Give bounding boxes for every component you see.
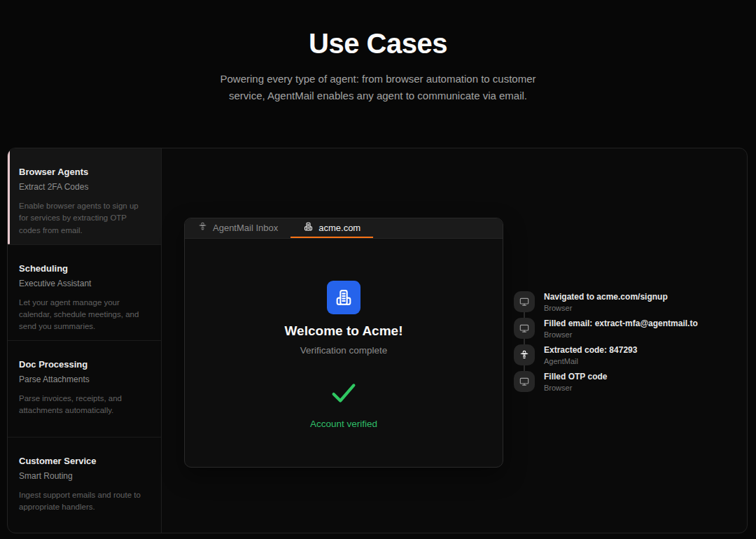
monitor-icon bbox=[514, 371, 535, 392]
timeline-step-1: Navigated to acme.com/signup Browser bbox=[514, 291, 703, 312]
active-item-accent bbox=[8, 148, 10, 244]
use-case-title: Scheduling bbox=[19, 263, 150, 274]
step-title: Navigated to acme.com/signup bbox=[544, 292, 668, 302]
agentmail-bee-icon bbox=[197, 221, 208, 234]
step-source: Browser bbox=[544, 330, 698, 339]
step-source: AgentMail bbox=[544, 357, 637, 365]
use-case-title: Doc Processing bbox=[19, 359, 150, 370]
tab-acme-com[interactable]: acme.com bbox=[290, 218, 373, 238]
use-case-subtitle: Executive Assistant bbox=[19, 279, 150, 288]
step-title: Filled OTP code bbox=[544, 372, 607, 382]
tab-label: AgentMail Inbox bbox=[213, 223, 278, 233]
use-case-subtitle: Smart Routing bbox=[19, 471, 150, 481]
tab-label: acme.com bbox=[318, 223, 360, 233]
verification-subtitle: Verification complete bbox=[300, 345, 388, 356]
use-cases-panel: Browser Agents Extract 2FA Codes Enable … bbox=[7, 148, 748, 533]
timeline-step-2: Filled email: extract-mfa@agentmail.to B… bbox=[514, 318, 703, 339]
use-case-title: Customer Service bbox=[19, 456, 150, 466]
agentmail-bee-icon bbox=[514, 344, 535, 365]
sidebar-item-doc-processing[interactable]: Doc Processing Parse Attachments Parse i… bbox=[8, 341, 161, 438]
sidebar-item-customer-service[interactable]: Customer Service Smart Routing Ingest su… bbox=[8, 438, 161, 533]
use-case-sidebar: Browser Agents Extract 2FA Codes Enable … bbox=[8, 148, 162, 533]
use-case-description: Enable browser agents to sign up for ser… bbox=[19, 200, 150, 237]
timeline-step-4: Filled OTP code Browser bbox=[514, 371, 703, 392]
timeline-connector bbox=[524, 302, 525, 382]
acme-app-icon bbox=[327, 281, 360, 314]
use-case-description: Ingest support emails and route to appro… bbox=[19, 489, 150, 514]
step-title: Filled email: extract-mfa@agentmail.to bbox=[544, 318, 698, 328]
use-case-description: Parse invoices, receipts, and attachment… bbox=[19, 393, 150, 417]
step-source: Browser bbox=[544, 304, 668, 312]
use-case-subtitle: Parse Attachments bbox=[19, 374, 150, 384]
hero-section: Use Cases Powering every type of agent: … bbox=[0, 0, 756, 105]
monitor-icon bbox=[514, 291, 535, 312]
tab-agentmail-inbox[interactable]: AgentMail Inbox bbox=[185, 218, 290, 238]
step-source: Browser bbox=[544, 384, 607, 392]
timeline-step-3: Extracted code: 847293 AgentMail bbox=[514, 344, 703, 365]
use-case-description: Let your agent manage your calendar, sch… bbox=[19, 297, 150, 333]
building-icon bbox=[303, 221, 314, 234]
browser-tab-bar: AgentMail Inbox ac bbox=[185, 218, 503, 239]
welcome-title: Welcome to Acme! bbox=[285, 323, 403, 339]
page-subtitle: Powering every type of agent: from brows… bbox=[203, 71, 553, 105]
use-case-demo-area: AgentMail Inbox ac bbox=[162, 148, 747, 533]
step-title: Extracted code: 847293 bbox=[544, 345, 637, 355]
monitor-icon bbox=[514, 318, 535, 339]
use-case-subtitle: Extract 2FA Codes bbox=[19, 182, 150, 192]
sidebar-item-scheduling[interactable]: Scheduling Executive Assistant Let your … bbox=[8, 245, 161, 342]
browser-page-content: Welcome to Acme! Verification complete A… bbox=[185, 239, 503, 429]
use-case-title: Browser Agents bbox=[19, 167, 150, 177]
agent-steps-timeline: Navigated to acme.com/signup Browser Fil… bbox=[514, 291, 703, 398]
checkmark-icon bbox=[328, 377, 360, 409]
page-title: Use Cases bbox=[0, 28, 756, 59]
sidebar-item-browser-agents[interactable]: Browser Agents Extract 2FA Codes Enable … bbox=[8, 148, 161, 245]
browser-mock-window: AgentMail Inbox ac bbox=[184, 218, 503, 468]
account-verified-status: Account verified bbox=[310, 419, 377, 429]
